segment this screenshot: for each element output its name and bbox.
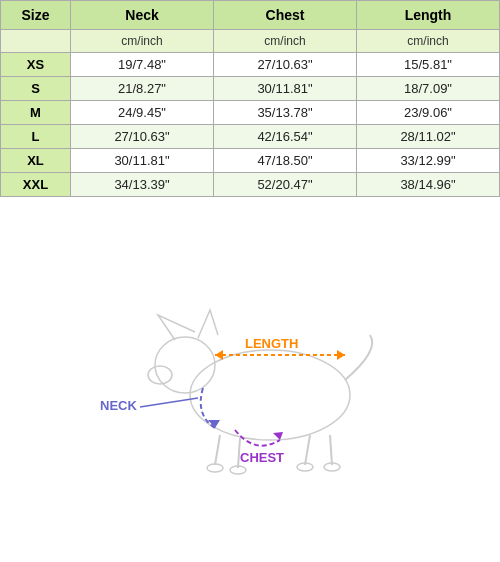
svg-line-6	[330, 435, 332, 465]
neck-cell: 30/11.81"	[71, 149, 214, 173]
col-unit-chest: cm/inch	[214, 30, 357, 53]
size-cell: XXL	[1, 173, 71, 197]
size-cell: L	[1, 125, 71, 149]
chest-cell: 47/18.50"	[214, 149, 357, 173]
table-row: M24/9.45"35/13.78"23/9.06"	[1, 101, 500, 125]
svg-marker-14	[273, 432, 283, 440]
neck-cell: 34/13.39"	[71, 173, 214, 197]
length-cell: 33/12.99"	[357, 149, 500, 173]
svg-text:NECK: NECK	[100, 398, 137, 413]
col-unit-length: cm/inch	[357, 30, 500, 53]
col-header-size: Size	[1, 1, 71, 30]
table-row: L27/10.63"42/16.54"28/11.02"	[1, 125, 500, 149]
chest-cell: 27/10.63"	[214, 53, 357, 77]
svg-text:CHEST: CHEST	[240, 450, 284, 465]
length-cell: 15/5.81"	[357, 53, 500, 77]
size-cell: M	[1, 101, 71, 125]
svg-line-3	[215, 435, 220, 465]
length-cell: 18/7.09"	[357, 77, 500, 101]
neck-cell: 21/8.27"	[71, 77, 214, 101]
size-cell: XS	[1, 53, 71, 77]
svg-point-1	[155, 337, 215, 393]
length-cell: 28/11.02"	[357, 125, 500, 149]
chest-cell: 52/20.47"	[214, 173, 357, 197]
table-row: S21/8.27"30/11.81"18/7.09"	[1, 77, 500, 101]
table-row: XS19/7.48"27/10.63"15/5.81"	[1, 53, 500, 77]
svg-point-7	[207, 464, 223, 472]
length-cell: 38/14.96"	[357, 173, 500, 197]
neck-cell: 27/10.63"	[71, 125, 214, 149]
dog-diagram: NECK CHEST LENGTH	[40, 280, 460, 480]
neck-cell: 24/9.45"	[71, 101, 214, 125]
size-cell: XL	[1, 149, 71, 173]
length-cell: 23/9.06"	[357, 101, 500, 125]
neck-cell: 19/7.48"	[71, 53, 214, 77]
col-unit-size	[1, 30, 71, 53]
chest-cell: 35/13.78"	[214, 101, 357, 125]
col-header-length: Length	[357, 1, 500, 30]
col-header-chest: Chest	[214, 1, 357, 30]
table-row: XXL34/13.39"52/20.47"38/14.96"	[1, 173, 500, 197]
svg-line-5	[305, 435, 310, 465]
main-container: Size Neck Chest Length cm/inch cm/inch c…	[0, 0, 500, 562]
col-unit-neck: cm/inch	[71, 30, 214, 53]
table-row: XL30/11.81"47/18.50"33/12.99"	[1, 149, 500, 173]
col-header-neck: Neck	[71, 1, 214, 30]
svg-marker-18	[337, 350, 345, 360]
chest-cell: 42/16.54"	[214, 125, 357, 149]
svg-text:LENGTH: LENGTH	[245, 336, 298, 351]
svg-line-13	[140, 398, 198, 407]
diagram-section: NECK CHEST LENGTH	[0, 197, 500, 562]
chest-cell: 30/11.81"	[214, 77, 357, 101]
size-table: Size Neck Chest Length cm/inch cm/inch c…	[0, 0, 500, 197]
svg-marker-17	[215, 350, 223, 360]
size-cell: S	[1, 77, 71, 101]
